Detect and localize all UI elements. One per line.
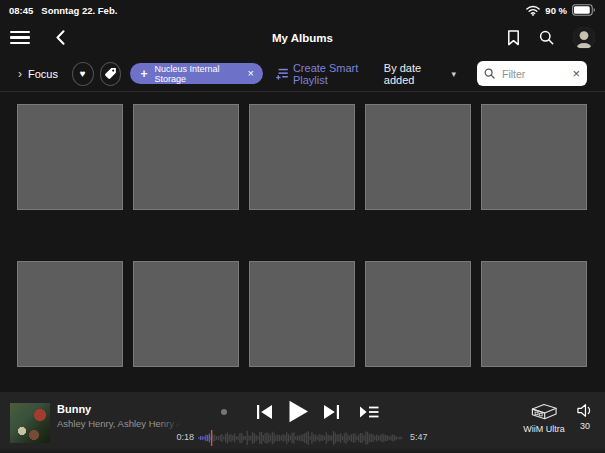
filter-search-icon — [484, 68, 495, 79]
favorites-filter-button[interactable]: ♥ — [72, 62, 94, 86]
queue-button[interactable] — [359, 405, 379, 419]
create-smart-playlist-label: Create Smart Playlist — [293, 62, 384, 86]
album-placeholder[interactable] — [365, 104, 471, 210]
plus-icon: + — [140, 68, 147, 80]
album-placeholder[interactable] — [133, 104, 239, 210]
back-button[interactable] — [56, 30, 65, 45]
play-button[interactable] — [288, 400, 309, 423]
album-grid — [17, 104, 587, 367]
previous-track-button[interactable] — [256, 404, 273, 420]
next-icon — [323, 404, 340, 420]
album-placeholder[interactable] — [481, 104, 587, 210]
profile-avatar[interactable] — [573, 27, 595, 49]
tags-filter-button[interactable] — [100, 62, 122, 86]
elapsed-time: 0:18 — [168, 432, 194, 442]
close-icon[interactable]: × — [247, 68, 253, 79]
now-playing-artwork[interactable] — [10, 403, 50, 443]
header: My Albums — [0, 20, 605, 55]
previous-icon — [256, 404, 273, 420]
album-placeholder[interactable] — [17, 261, 123, 367]
album-placeholder[interactable] — [249, 261, 355, 367]
filter-bar: › Focus ♥ + Nucleus Internal Storage × — [0, 56, 605, 92]
filter-search-box[interactable]: × — [477, 61, 587, 86]
total-duration: 5:47 — [410, 432, 428, 442]
bookmark-icon[interactable] — [507, 30, 520, 46]
app-screen: 08:45 Sonntag 22. Feb. 90 % — [0, 0, 605, 453]
sort-dropdown[interactable]: By date added ▾ — [384, 62, 456, 86]
play-icon — [288, 400, 309, 423]
clock: 08:45 — [9, 5, 33, 16]
sort-label: By date added — [384, 62, 447, 86]
track-title: Bunny — [57, 403, 181, 417]
battery-icon — [572, 4, 596, 16]
focus-button[interactable]: › Focus — [18, 67, 58, 81]
filter-input[interactable] — [500, 67, 567, 81]
focus-label: Focus — [28, 68, 58, 80]
seek-waveform[interactable] — [198, 430, 403, 446]
dot-indicator — [221, 409, 227, 415]
chevron-down-icon: ▾ — [451, 69, 456, 79]
album-placeholder[interactable] — [365, 261, 471, 367]
streamer-device-icon — [529, 402, 559, 421]
filter-clear-icon[interactable]: × — [572, 67, 580, 80]
speaker-icon — [577, 403, 593, 418]
status-bar: 08:45 Sonntag 22. Feb. 90 % — [0, 0, 605, 20]
storage-filter-chip[interactable]: + Nucleus Internal Storage × — [130, 63, 262, 84]
chevron-left-icon — [56, 30, 65, 45]
album-placeholder[interactable] — [133, 261, 239, 367]
heart-icon: ♥ — [80, 69, 86, 79]
chevron-right-icon: › — [18, 67, 22, 81]
zone-selector[interactable]: WiiM Ultra — [513, 402, 575, 434]
player-bar: Bunny Ashley Henry, Ashley Henry And T — [0, 392, 605, 453]
volume-control[interactable]: 30 — [571, 403, 599, 431]
volume-value: 30 — [571, 421, 599, 431]
menu-icon[interactable] — [10, 31, 30, 45]
storage-chip-label: Nucleus Internal Storage — [154, 64, 240, 84]
album-placeholder[interactable] — [481, 261, 587, 367]
queue-icon — [359, 405, 379, 419]
album-placeholder[interactable] — [249, 104, 355, 210]
smart-playlist-icon — [276, 68, 288, 80]
date: Sonntag 22. Feb. — [41, 5, 117, 16]
tag-icon — [104, 67, 117, 80]
wifi-icon — [526, 5, 540, 16]
create-smart-playlist-button[interactable]: Create Smart Playlist — [276, 62, 384, 86]
track-artists: Ashley Henry, Ashley Henry And T — [57, 417, 181, 431]
track-info[interactable]: Bunny Ashley Henry, Ashley Henry And T — [57, 403, 181, 431]
battery-percent: 90 % — [545, 5, 567, 16]
next-track-button[interactable] — [323, 404, 340, 420]
album-placeholder[interactable] — [17, 104, 123, 210]
zone-name: WiiM Ultra — [513, 424, 575, 434]
search-icon[interactable] — [539, 30, 554, 45]
